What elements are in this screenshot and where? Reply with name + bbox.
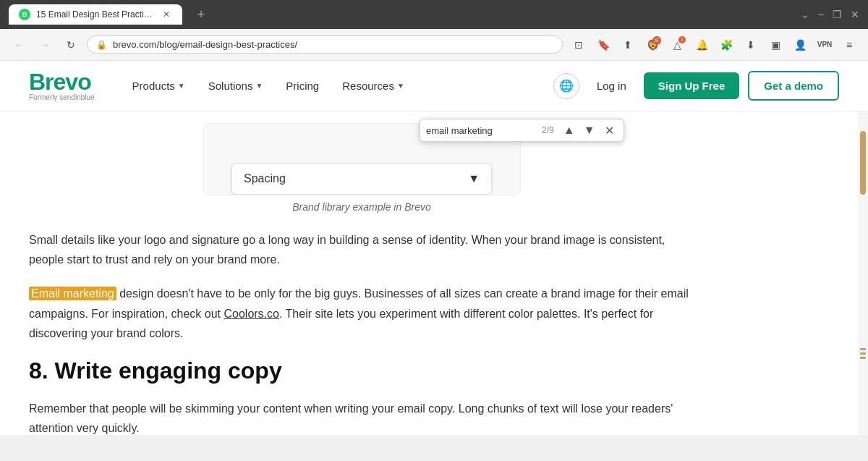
logo-subtitle: Formerly sendinblue bbox=[29, 93, 95, 101]
body-paragraph-3: Remember that people will be skimming yo… bbox=[29, 399, 694, 435]
scrollbar[interactable] bbox=[858, 111, 868, 435]
toolbar-icons: ⊡ 🔖 ⬆ 🦁 8 △ 1 🔔 🧩 ⬇ ▣ 👤 VPN ≡ bbox=[569, 35, 859, 55]
maximize-button[interactable]: ❐ bbox=[833, 9, 842, 20]
menu-button[interactable]: ≡ bbox=[839, 35, 859, 55]
resources-menu[interactable]: Resources ▼ bbox=[333, 74, 413, 98]
tab-title: 15 Email Design Best Practices | bbox=[36, 9, 155, 20]
tab-favicon: B bbox=[19, 9, 30, 20]
scrollbar-thumb[interactable] bbox=[860, 131, 866, 194]
solutions-label: Solutions bbox=[208, 80, 253, 92]
window-controls: ⌄ − ❐ ✕ bbox=[801, 9, 859, 20]
products-chevron-icon: ▼ bbox=[178, 82, 185, 90]
bookmark-icon[interactable]: 🔖 bbox=[593, 35, 613, 55]
resources-label: Resources bbox=[342, 80, 394, 92]
find-count: 2/9 bbox=[539, 125, 557, 135]
scrollbar-marker bbox=[860, 352, 866, 355]
reload-button[interactable]: ↻ bbox=[61, 35, 81, 55]
back-button[interactable]: ← bbox=[9, 35, 29, 55]
rewards-badge: 1 bbox=[678, 36, 686, 43]
scrollbar-marker bbox=[860, 348, 866, 350]
minimize-button[interactable]: − bbox=[818, 9, 824, 20]
spacing-dropdown[interactable]: Spacing ▼ bbox=[231, 163, 492, 195]
body-paragraph-1: Small details like your logo and signatu… bbox=[29, 230, 694, 269]
spacing-chevron-icon: ▼ bbox=[468, 172, 480, 185]
scrollbar-marker bbox=[860, 357, 866, 359]
forward-button[interactable]: → bbox=[35, 35, 55, 55]
products-menu[interactable]: Products ▼ bbox=[124, 74, 194, 98]
pricing-label: Pricing bbox=[286, 80, 319, 92]
share-icon[interactable]: ⬆ bbox=[618, 35, 638, 55]
titlebar: B 15 Email Design Best Practices | ✕ + ⌄… bbox=[0, 0, 868, 29]
coolors-link[interactable]: Coolors.co bbox=[224, 308, 278, 320]
site-navigation: Brevo Formerly sendinblue Products ▼ Sol… bbox=[0, 61, 868, 111]
notifications-icon[interactable]: 🔔 bbox=[692, 35, 712, 55]
new-tab-button[interactable]: + bbox=[191, 4, 211, 25]
brand-caption: Brand library example in Brevo bbox=[29, 201, 694, 213]
brave-rewards-icon[interactable]: △ 1 bbox=[667, 35, 687, 55]
products-label: Products bbox=[132, 80, 175, 92]
cast-icon[interactable]: ⊡ bbox=[569, 35, 589, 55]
address-bar[interactable]: 🔒 brevo.com/blog/email-design-best-pract… bbox=[87, 35, 563, 54]
find-bar: 2/9 ▲ ▼ ✕ bbox=[420, 119, 624, 142]
body-paragraph-2: Email marketing design doesn't have to b… bbox=[29, 284, 694, 343]
extensions-icon[interactable]: 🧩 bbox=[716, 35, 736, 55]
close-button[interactable]: ✕ bbox=[851, 9, 859, 20]
active-tab[interactable]: B 15 Email Design Best Practices | ✕ bbox=[9, 4, 182, 25]
url-text: brevo.com/blog/email-design-best-practic… bbox=[113, 39, 553, 50]
browser-chrome: B 15 Email Design Best Practices | ✕ + ⌄… bbox=[0, 0, 868, 61]
find-close-button[interactable]: ✕ bbox=[602, 122, 618, 138]
find-input[interactable] bbox=[426, 125, 535, 136]
main-content: Spacing ▼ Brand library example in Brevo… bbox=[0, 111, 723, 435]
find-prev-button[interactable]: ▲ bbox=[561, 122, 577, 138]
find-next-button[interactable]: ▼ bbox=[582, 122, 597, 138]
demo-button[interactable]: Get a demo bbox=[748, 71, 839, 101]
brave-badge: 8 bbox=[652, 36, 661, 45]
vpn-icon[interactable]: VPN bbox=[814, 35, 835, 55]
download-icon[interactable]: ⬇ bbox=[741, 35, 761, 55]
browser-toolbar: ← → ↻ 🔒 brevo.com/blog/email-design-best… bbox=[0, 29, 868, 61]
language-selector[interactable]: 🌐 bbox=[553, 73, 579, 99]
nav-items: Products ▼ Solutions ▼ Pricing Resources… bbox=[124, 74, 553, 98]
sidebar-toggle[interactable]: ▣ bbox=[765, 35, 786, 55]
login-link[interactable]: Log in bbox=[588, 74, 635, 98]
page-content: 2/9 ▲ ▼ ✕ Brevo Formerly sendinblue Prod… bbox=[0, 61, 868, 435]
spacing-label: Spacing bbox=[244, 172, 286, 185]
tab-close-button[interactable]: ✕ bbox=[161, 9, 172, 20]
section-heading-8: 8. Write engaging copy bbox=[29, 358, 694, 384]
brave-shields-icon[interactable]: 🦁 8 bbox=[642, 35, 663, 55]
profile-icon[interactable]: 👤 bbox=[790, 35, 810, 55]
resources-chevron-icon: ▼ bbox=[397, 82, 404, 90]
pricing-link[interactable]: Pricing bbox=[277, 74, 328, 98]
logo-text: Brevo bbox=[29, 70, 95, 93]
expand-icon[interactable]: ⌄ bbox=[801, 9, 809, 20]
brevo-logo[interactable]: Brevo Formerly sendinblue bbox=[29, 70, 95, 101]
lock-icon: 🔒 bbox=[96, 40, 107, 50]
nav-right: 🌐 Log in Sign Up Free Get a demo bbox=[553, 71, 839, 101]
solutions-menu[interactable]: Solutions ▼ bbox=[200, 74, 272, 98]
scrollbar-markers bbox=[860, 348, 866, 359]
solutions-chevron-icon: ▼ bbox=[255, 82, 263, 90]
email-marketing-highlight: Email marketing bbox=[29, 287, 116, 300]
signup-button[interactable]: Sign Up Free bbox=[644, 72, 740, 99]
